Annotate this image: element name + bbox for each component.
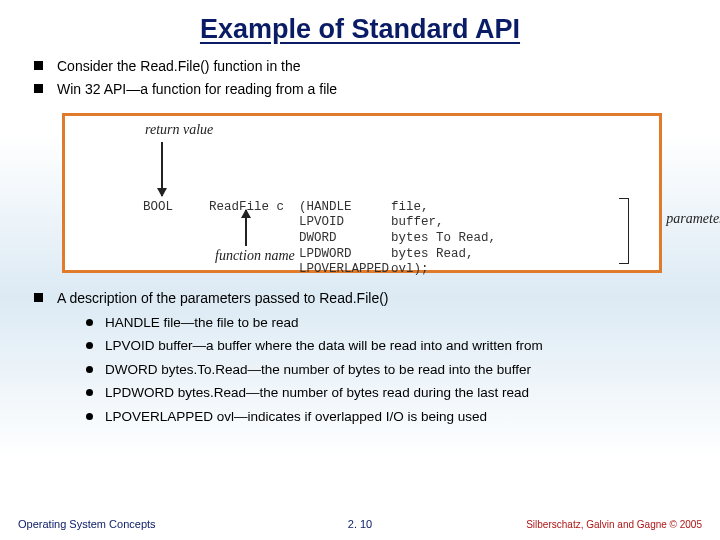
- slide-footer: Operating System Concepts 2. 10 Silbersc…: [0, 518, 720, 530]
- dot-bullet-icon: [86, 413, 93, 420]
- param-name: ovl);: [391, 262, 429, 276]
- param-name: file,: [391, 200, 429, 214]
- square-bullet-icon: [34, 293, 43, 302]
- list-item: HANDLE file—the file to be read: [86, 314, 686, 332]
- sub-bullet-text: HANDLE file—the file to be read: [105, 314, 299, 332]
- return-type: BOOL: [143, 200, 209, 216]
- param-type: LPDWORD: [299, 247, 391, 263]
- bullet-text: Consider the Read.File() function in the: [57, 57, 301, 76]
- parameters-label: parameters: [666, 211, 720, 227]
- bullet-item: Consider the Read.File() function in the: [34, 57, 686, 76]
- square-bullet-icon: [34, 61, 43, 70]
- slide-title: Example of Standard API: [0, 0, 720, 45]
- footer-page-number: 2. 10: [348, 518, 372, 530]
- list-item: LPVOID buffer—a buffer where the data wi…: [86, 337, 686, 355]
- param-type: DWORD: [299, 231, 391, 247]
- parameter-list: HANDLE file—the file to be read LPVOID b…: [86, 314, 686, 426]
- bullet-item: A description of the parameters passed t…: [34, 289, 686, 308]
- sub-bullet-text: LPVOID buffer—a buffer where the data wi…: [105, 337, 543, 355]
- param-type: LPVOID: [299, 215, 391, 231]
- slide-content: Consider the Read.File() function in the…: [0, 45, 720, 425]
- list-item: LPOVERLAPPED ovl—indicates if overlapped…: [86, 408, 686, 426]
- sub-bullet-text: DWORD bytes.To.Read—the number of bytes …: [105, 361, 531, 379]
- function-name-label: function name: [215, 248, 295, 264]
- footer-right: Silberschatz, Galvin and Gagne © 2005: [526, 519, 702, 530]
- param-name: bytes To Read,: [391, 231, 496, 245]
- dot-bullet-icon: [86, 319, 93, 326]
- arrow-down-icon: [161, 142, 163, 196]
- figure-wrapper: return value BOOLReadFile c (HANDLEfile,…: [34, 103, 662, 279]
- bullet-item: Win 32 API—a function for reading from a…: [34, 80, 686, 99]
- param-type: LPOVERLAPPED: [299, 262, 391, 278]
- bullet-text: Win 32 API—a function for reading from a…: [57, 80, 337, 99]
- param-name: bytes Read,: [391, 247, 474, 261]
- dot-bullet-icon: [86, 389, 93, 396]
- bracket-icon: [619, 198, 629, 264]
- api-diagram: return value BOOLReadFile c (HANDLEfile,…: [62, 113, 662, 273]
- square-bullet-icon: [34, 84, 43, 93]
- list-item: LPDWORD bytes.Read—the number of bytes r…: [86, 384, 686, 402]
- dot-bullet-icon: [86, 366, 93, 373]
- return-value-label: return value: [145, 122, 213, 138]
- arrow-up-icon: [245, 210, 247, 246]
- sub-bullet-text: LPDWORD bytes.Read—the number of bytes r…: [105, 384, 529, 402]
- bullet-text: A description of the parameters passed t…: [57, 289, 389, 308]
- param-type: (HANDLE: [299, 200, 391, 216]
- list-item: DWORD bytes.To.Read—the number of bytes …: [86, 361, 686, 379]
- footer-left: Operating System Concepts: [18, 518, 156, 530]
- dot-bullet-icon: [86, 342, 93, 349]
- sub-bullet-text: LPOVERLAPPED ovl—indicates if overlapped…: [105, 408, 487, 426]
- param-name: buffer,: [391, 215, 444, 229]
- code-signature: BOOLReadFile c (HANDLEfile, LPVOIDbuffer…: [143, 200, 496, 278]
